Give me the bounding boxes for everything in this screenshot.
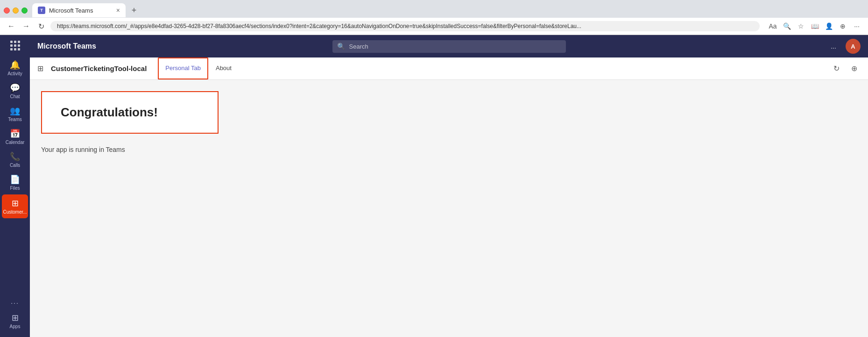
sidebar-item-calendar[interactable]: 📅 Calendar <box>2 126 28 148</box>
activity-icon: 🔔 <box>10 61 20 69</box>
tab-personal-tab-label: Personal Tab <box>165 65 201 72</box>
files-icon: 📄 <box>10 175 20 184</box>
calls-icon: 📞 <box>10 152 20 161</box>
sidebar-item-calls-label: Calls <box>10 163 20 168</box>
teams-header-right: ... A <box>827 39 861 54</box>
user-avatar[interactable]: A <box>846 39 861 54</box>
sidebar-item-calendar-label: Calendar <box>6 140 25 145</box>
teams-header: Microsoft Teams 🔍 ... A <box>30 35 868 57</box>
minimize-traffic-light[interactable] <box>13 7 19 14</box>
app-container: 🔔 Activity 💬 Chat 👥 Teams 📅 Calendar 📞 C… <box>0 35 868 337</box>
reload-button[interactable]: ↻ <box>35 21 47 32</box>
sidebar-bottom: ··· ⊞ Apps <box>2 296 28 337</box>
chat-icon: 💬 <box>10 84 20 92</box>
sidebar-item-customer-label: Customer... <box>3 209 27 215</box>
address-bar-input[interactable] <box>50 21 760 31</box>
browser-tab-title: Microsoft Teams <box>49 7 93 14</box>
sidebar-item-apps[interactable]: ⊞ Apps <box>2 310 28 332</box>
browser-tab-close[interactable]: × <box>116 7 120 14</box>
sidebar-item-customer[interactable]: ⊞ Customer... <box>2 194 28 218</box>
sidebar-item-chat-label: Chat <box>10 94 20 99</box>
search-page-icon[interactable]: 🔍 <box>781 21 792 32</box>
traffic-lights <box>4 7 28 14</box>
search-wrapper: 🔍 <box>332 40 566 53</box>
browser-tab-active[interactable]: T Microsoft Teams × <box>32 3 126 17</box>
more-options-button[interactable]: ... <box>827 40 840 53</box>
teams-icon: 👥 <box>10 107 20 115</box>
teams-favicon: T <box>38 7 45 14</box>
close-traffic-light[interactable] <box>4 7 10 14</box>
app-title: CustomerTicketingTool-local <box>51 65 147 72</box>
reader-view-icon[interactable]: Aa <box>767 21 778 32</box>
reading-list-icon[interactable]: 📖 <box>809 21 820 32</box>
content-area: Congratulations! Your app is running in … <box>30 80 868 337</box>
refresh-button[interactable]: ↻ <box>830 62 843 75</box>
favorites-icon[interactable]: ☆ <box>795 21 806 32</box>
more-browser-options[interactable]: ··· <box>851 21 862 32</box>
search-icon: 🔍 <box>337 43 345 50</box>
sidebar-item-waffle[interactable] <box>2 37 28 53</box>
browser-address-bar: ← → ↻ Aa 🔍 ☆ 📖 👤 ⊕ ··· <box>0 18 868 35</box>
congrats-title: Congratulations! <box>61 105 199 120</box>
tab-about[interactable]: About <box>208 57 239 79</box>
sidebar-item-files[interactable]: 📄 Files <box>2 172 28 194</box>
sidebar-item-activity[interactable]: 🔔 Activity <box>2 57 28 79</box>
sidebar-item-teams-label: Teams <box>8 117 21 122</box>
main-area: ⊞ CustomerTicketingTool-local Personal T… <box>30 57 868 337</box>
profile-icon[interactable]: 👤 <box>823 21 834 32</box>
open-external-icon: ⊕ <box>851 64 857 73</box>
search-container: 🔍 <box>332 40 566 53</box>
avatar-initials: A <box>851 43 855 50</box>
fullscreen-traffic-light[interactable] <box>21 7 28 14</box>
calendar-icon: 📅 <box>10 129 20 138</box>
waffle-icon <box>10 41 20 50</box>
extension-icon[interactable]: ⊕ <box>837 21 848 32</box>
back-button[interactable]: ← <box>6 21 17 32</box>
title-bar-actions: ↻ ⊕ <box>830 62 861 75</box>
tab-personal-tab[interactable]: Personal Tab <box>158 57 208 79</box>
browser-chrome: T Microsoft Teams × + ← → ↻ Aa 🔍 ☆ 📖 👤 ⊕… <box>0 0 868 35</box>
refresh-icon: ↻ <box>833 64 840 73</box>
browser-toolbar: Aa 🔍 ☆ 📖 👤 ⊕ ··· <box>767 21 862 32</box>
sidebar-item-apps-label: Apps <box>10 324 21 329</box>
sidebar-item-files-label: Files <box>10 186 20 191</box>
sidebar-item-more[interactable]: ··· <box>2 296 28 309</box>
sidebar-item-teams[interactable]: 👥 Teams <box>2 103 28 125</box>
tab-about-label: About <box>216 65 232 72</box>
congrats-subtitle: Your app is running in Teams <box>41 146 857 153</box>
more-icon: ··· <box>11 300 19 306</box>
app-title-bar: ⊞ CustomerTicketingTool-local Personal T… <box>30 57 868 80</box>
sidebar-item-activity-label: Activity <box>7 71 22 76</box>
customer-app-icon: ⊞ <box>12 199 19 208</box>
sidebar-item-chat[interactable]: 💬 Chat <box>2 80 28 102</box>
app-grid-icon: ⊞ <box>37 64 43 73</box>
tabs-bar: Personal Tab About <box>158 57 239 79</box>
sidebar-item-calls[interactable]: 📞 Calls <box>2 149 28 171</box>
apps-icon: ⊞ <box>12 314 19 322</box>
congratulations-box: Congratulations! <box>41 91 219 134</box>
browser-tab-bar: T Microsoft Teams × + <box>0 0 868 18</box>
new-tab-button[interactable]: + <box>127 4 141 17</box>
forward-button[interactable]: → <box>21 21 32 32</box>
sidebar: 🔔 Activity 💬 Chat 👥 Teams 📅 Calendar 📞 C… <box>0 35 30 337</box>
more-options-label: ... <box>831 43 836 50</box>
teams-app-name: Microsoft Teams <box>37 42 96 50</box>
open-external-button[interactable]: ⊕ <box>847 62 861 75</box>
search-input[interactable] <box>332 40 566 53</box>
